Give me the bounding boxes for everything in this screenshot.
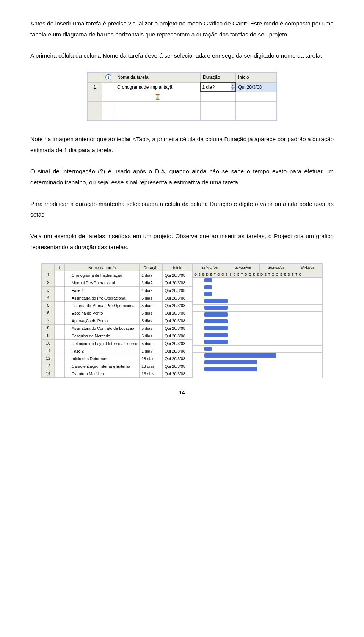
gantt-bar[interactable] <box>204 299 228 303</box>
task-start[interactable]: Qui 20/3/08 <box>163 362 193 370</box>
task-start[interactable]: Qui 20/3/08 <box>163 287 193 294</box>
task-name[interactable]: Cronograma de Implantação <box>65 271 140 279</box>
gantt-week: 30/Mar/08 <box>260 264 293 271</box>
screenshot-gantt-full: i Nome da tarefa Duração Início 1Cronogr… <box>41 263 323 378</box>
task-name[interactable]: Definição do Layout Interno / Externo <box>65 340 140 347</box>
row-info-cell <box>55 271 65 279</box>
task-start[interactable]: Qui 20/3/08 <box>163 325 193 332</box>
gantt-row <box>193 353 322 359</box>
table-row: 2Manual Pré-Operacional1 dia?Qui 20/3/08 <box>42 279 193 287</box>
paragraph-4: O sinal de interrogação (?) é usado após… <box>30 166 334 188</box>
gantt-bar[interactable] <box>204 360 257 364</box>
table-row: 6Escolha do Ponto5 diasQui 20/3/08 <box>42 309 193 317</box>
task-duration[interactable]: 18 dias <box>140 355 163 362</box>
row-info-cell <box>55 355 65 362</box>
task-start[interactable]: Qui 20/3/08 <box>163 347 193 355</box>
gantt-bar[interactable] <box>204 367 257 371</box>
row-number: 6 <box>42 309 55 317</box>
chevron-down-icon[interactable]: ▾ <box>231 87 235 91</box>
duration-cell-editing[interactable]: 1 dia? ▴ ▾ <box>201 82 236 92</box>
duration-value: 1 dia? <box>202 85 215 90</box>
task-name[interactable]: Início das Reformas <box>65 355 140 362</box>
paragraph-6: Veja um exemplo de tarefas inseridas em … <box>30 231 334 253</box>
table-row: 14Estrutura Metálica13 diasQui 20/3/08 <box>42 370 193 378</box>
row-number: 4 <box>42 294 55 302</box>
row-info-cell <box>55 279 65 287</box>
paragraph-5: Para modificar a duração mantenha seleci… <box>30 199 334 220</box>
task-duration[interactable]: 13 dias <box>140 370 163 378</box>
task-name[interactable]: Entrega do Manual Pré-Operacional <box>65 302 140 309</box>
task-row-1: 1 Cronograma de Implantaçã 1 dia? ▴ ▾ Qu… <box>88 82 277 92</box>
chevron-up-icon[interactable]: ▴ <box>231 83 235 87</box>
task-start[interactable]: Qui 20/3/08 <box>163 332 193 340</box>
task-duration[interactable]: 5 dias <box>140 294 163 302</box>
task-start[interactable]: Qui 20/3/08 <box>163 294 193 302</box>
task-name[interactable]: Fase 2 <box>65 347 140 355</box>
table-header-row: i Nome da tarefa Duração Início <box>88 73 277 83</box>
task-name[interactable]: Pesquisa de Mercado <box>65 332 140 340</box>
row-number: 13 <box>42 362 55 370</box>
gantt-bar[interactable] <box>204 333 228 337</box>
gantt-week: 16/Mar/08 <box>193 264 226 271</box>
task-name[interactable]: Caracterização Interna e Externa <box>65 362 140 370</box>
task-start[interactable]: Qui 20/3/08 <box>163 271 193 279</box>
task-duration[interactable]: 5 dias <box>140 340 163 347</box>
column-name: Nome da tarefa <box>115 73 201 83</box>
task-name[interactable]: Estrutura Metálica <box>65 370 140 378</box>
row-number: 11 <box>42 347 55 355</box>
task-duration[interactable]: 5 dias <box>140 317 163 325</box>
task-duration[interactable]: 5 dias <box>140 325 163 332</box>
task-duration[interactable]: 1 dia? <box>140 347 163 355</box>
task-start[interactable]: Qui 20/3/08 <box>163 302 193 309</box>
gantt-bar[interactable] <box>204 306 228 310</box>
task-start[interactable]: Qui 20/3/08 <box>163 317 193 325</box>
task-name[interactable]: Manual Pré-Operacional <box>65 279 140 287</box>
task-start[interactable]: Qui 20/3/08 <box>163 370 193 378</box>
row-number-header <box>88 73 102 83</box>
gantt-row <box>193 298 322 305</box>
spinner-control[interactable]: ▴ ▾ <box>231 83 235 91</box>
start-date-cell[interactable]: Qui 20/3/08 <box>236 82 277 92</box>
task-start[interactable]: Qui 20/3/08 <box>163 309 193 317</box>
task-entry-table: i Nome da tarefa Duração Início 1 Cronog… <box>87 72 277 121</box>
task-duration[interactable]: 5 dias <box>140 302 163 309</box>
gantt-bar[interactable] <box>204 319 228 323</box>
task-start[interactable]: Qui 20/3/08 <box>163 340 193 347</box>
task-name[interactable]: Assinatura do Pré-Operacional <box>65 294 140 302</box>
task-duration[interactable]: 1 dia? <box>140 287 163 294</box>
table-row: 13Caracterização Interna e Externa13 dia… <box>42 362 193 370</box>
empty-row <box>88 102 277 111</box>
task-start[interactable]: Qui 20/3/08 <box>163 355 193 362</box>
task-duration[interactable]: 5 dias <box>140 309 163 317</box>
task-duration[interactable]: 1 dia? <box>140 279 163 287</box>
task-name[interactable]: Assinatura do Contrato de Locação <box>65 325 140 332</box>
task-start[interactable]: Qui 20/3/08 <box>163 279 193 287</box>
row-number: 9 <box>42 332 55 340</box>
page-number: 14 <box>30 389 334 395</box>
task-name-cell[interactable]: Cronograma de Implantaçã <box>115 82 201 92</box>
gantt-bar[interactable] <box>204 340 228 344</box>
gantt-bar[interactable] <box>204 292 212 296</box>
task-name[interactable]: Escolha do Ponto <box>65 309 140 317</box>
gantt-day-header: Q S S D S T Q Q S S D S T Q Q S S D S T … <box>193 271 322 278</box>
gantt-row <box>193 325 322 332</box>
gantt-bar[interactable] <box>204 353 276 358</box>
row-number: 10 <box>42 340 55 347</box>
task-duration[interactable]: 1 dia? <box>140 271 163 279</box>
task-duration[interactable]: 13 dias <box>140 362 163 370</box>
row-info-cell <box>55 309 65 317</box>
task-duration[interactable]: 5 dias <box>140 332 163 340</box>
gantt-bar[interactable] <box>204 285 212 289</box>
gantt-row <box>193 332 322 339</box>
gantt-bar[interactable] <box>204 278 212 282</box>
row-info-cell <box>55 347 65 355</box>
gantt-bar[interactable] <box>204 326 228 330</box>
task-name[interactable]: Aprovação do Ponto <box>65 317 140 325</box>
row-number: 8 <box>42 325 55 332</box>
info-header: i <box>102 73 115 83</box>
row-number: 12 <box>42 355 55 362</box>
gantt-bar[interactable] <box>204 312 228 317</box>
task-name[interactable]: Fase 1 <box>65 287 140 294</box>
gantt-bar[interactable] <box>204 347 212 351</box>
empty-row <box>88 111 277 121</box>
